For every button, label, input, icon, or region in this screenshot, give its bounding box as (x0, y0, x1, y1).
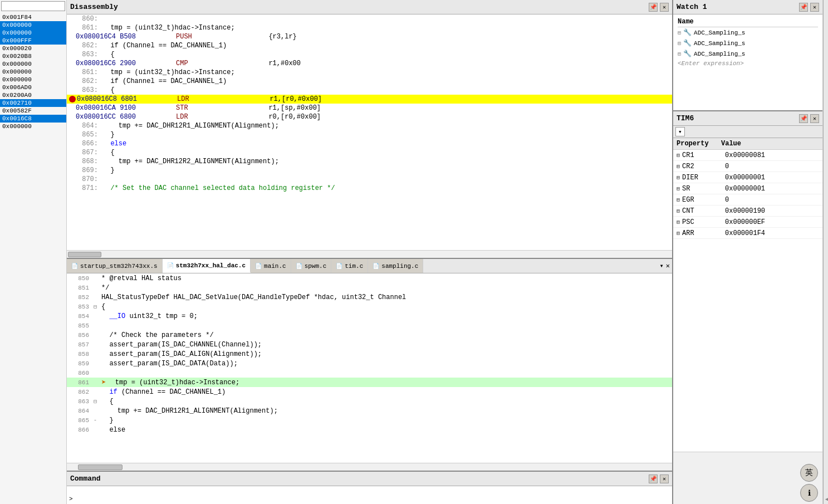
prop-row-sr[interactable]: ⊞ SR 0x00000001 (673, 183, 822, 194)
prop-sr-name: SR (682, 185, 723, 193)
sidebar-item-14[interactable]: 0x0016C8 (0, 115, 66, 123)
prop-row-egr[interactable]: ⊞ EGR 0 (673, 194, 822, 205)
icon-1: 英 (800, 464, 818, 482)
sidebar-search-input[interactable] (1, 1, 65, 11)
sidebar-item-9[interactable]: 0x000000 (0, 76, 66, 84)
tim6-header: TIM6 📌 ✕ (673, 111, 822, 126)
sidebar-item-4[interactable]: 0x000FFF (0, 37, 66, 45)
sidebar-item-8[interactable]: 0x000000 (0, 68, 66, 76)
prop-row-dier[interactable]: ⊞ DIER 0x00000001 (673, 172, 822, 183)
source-hscroll[interactable] (67, 463, 672, 471)
disassembly-hscroll-thumb[interactable] (68, 252, 101, 257)
tim6-pin-button[interactable]: 📌 (799, 114, 808, 123)
src-line-861: 861 ➤ tmp = (uint32_t)hdac->Instance; (67, 378, 672, 387)
watch-enter-label: <Enter expression> (678, 60, 744, 67)
disasm-line-cc: 0x080016CC 6800 LDR r0,[r0,#0x00] (67, 112, 672, 121)
right-area: Watch 1 📌 ✕ Name ⊞ 🔧 ADC_Sampling_s ⊞ 🔧 (672, 0, 822, 504)
watch-close-button[interactable]: ✕ (810, 3, 819, 12)
left-sidebar: 0x001F84 0x000000 0x000000 0x000FFF 0x00… (0, 0, 67, 504)
prop-row-cnt[interactable]: ⊞ CNT 0x00000190 (673, 205, 822, 217)
command-panel: Command 📌 ✕ > (67, 471, 672, 504)
command-actions: 📌 ✕ (649, 474, 669, 483)
tim6-close-button[interactable]: ✕ (810, 114, 819, 123)
sidebar-item-1[interactable]: 0x001F84 (0, 13, 66, 21)
source-content[interactable]: 850 * @retval HAL status 851 */ 852 HAL_… (67, 273, 672, 463)
watch-header: Watch 1 📌 ✕ (673, 0, 822, 14)
watch-item-2[interactable]: ⊞ 🔧 ADC_Sampling_s (678, 38, 818, 48)
disassembly-content[interactable]: 860: 861: tmp = (uint32_t)hdac->Instance… (67, 14, 672, 250)
right-border-label: ◀ (824, 496, 829, 502)
breakpoint-dot[interactable] (69, 96, 76, 102)
tab-startup[interactable]: 📄 startup_stm32h743xx.s (67, 259, 163, 273)
bottom-icon-area: 英 ℹ ⚙ (673, 459, 822, 504)
prop-row-cr2[interactable]: ⊞ CR2 0 (673, 161, 822, 172)
disasm-line-871: 871: /* Set the DAC channel selected dat… (67, 184, 672, 193)
tab-main[interactable]: 📄 main.c (251, 259, 291, 273)
tabs-more-btn[interactable]: ▾ (660, 262, 664, 270)
command-header: Command 📌 ✕ (67, 472, 672, 486)
tab-spwm[interactable]: 📄 spwm.c (291, 259, 332, 273)
src-line-866: 866 else (67, 425, 672, 434)
src-line-852: 852 HAL_StatusTypeDef HAL_DAC_SetValue(D… (67, 292, 672, 302)
source-hscroll-thumb[interactable] (78, 464, 123, 470)
tim6-content[interactable]: ⊞ CR1 0x00000081 ⊞ CR2 0 ⊞ DIER 0x000000… (673, 150, 822, 452)
src-line-856: 856 /* Check the parameters */ (67, 330, 672, 340)
command-close-button[interactable]: ✕ (660, 474, 669, 483)
icon-2: ℹ (800, 484, 818, 502)
prop-egr-value: 0 (723, 195, 819, 204)
src-line-853: 853 ⊟ { (67, 302, 672, 311)
prop-row-arr[interactable]: ⊞ ARR 0x000001F4 (673, 228, 822, 239)
disasm-line-ca: 0x080016CA 9100 STR r1,[sp,#0x00] (67, 104, 672, 112)
watch-title: Watch 1 (677, 3, 799, 11)
disassembly-hscroll[interactable] (67, 250, 672, 258)
disasm-line-863-src2: 863: { (67, 86, 672, 95)
sidebar-item-6[interactable]: 0x0020B8 (0, 52, 66, 60)
sidebar-item-3[interactable]: 0x000000 (0, 29, 66, 37)
disassembly-actions: 📌 ✕ (649, 3, 669, 12)
prop-row-cr1[interactable]: ⊞ CR1 0x00000081 (673, 150, 822, 161)
watch-item-1[interactable]: ⊞ 🔧 ADC_Sampling_s (678, 27, 818, 38)
src-line-855: 855 (67, 321, 672, 330)
watch-item-3[interactable]: ⊞ 🔧 ADC_Sampling_s (678, 48, 818, 59)
tab-main-icon: 📄 (255, 263, 262, 270)
sidebar-item-10[interactable]: 0x006AD0 (0, 84, 66, 91)
command-input[interactable] (75, 495, 670, 503)
prop-dier-expand: ⊞ (677, 174, 680, 181)
sidebar-item-11[interactable]: 0x0200A0 (0, 91, 66, 99)
sidebar-item-13[interactable]: 0x00582F (0, 107, 66, 115)
tab-hal-dac[interactable]: 📄 stm32h7xx_hal_dac.c (163, 259, 251, 273)
sidebar-search[interactable] (0, 0, 66, 12)
tab-startup-icon: 📄 (71, 263, 78, 270)
sidebar-item-15[interactable]: 0x000000 (0, 123, 66, 130)
disassembly-close-button[interactable]: ✕ (660, 3, 669, 12)
disasm-line-869: 869: } (67, 166, 672, 175)
sidebar-item-12[interactable]: 0x002710 (0, 99, 66, 107)
prop-col-property: Property (677, 140, 721, 148)
center-area: Disassembly 📌 ✕ 860: 861: tmp = (uint32_… (67, 0, 672, 504)
disassembly-panel: Disassembly 📌 ✕ 860: 861: tmp = (uint32_… (67, 0, 672, 259)
prop-cr1-value: 0x00000081 (723, 151, 819, 160)
src-line-863: 863 ⊟ { (67, 397, 672, 406)
disassembly-title: Disassembly (70, 3, 649, 11)
sidebar-item-2[interactable]: 0x000000 (0, 21, 66, 29)
tab-tim-label: tim.c (345, 263, 363, 270)
tab-sampling[interactable]: 📄 sampling.c (368, 259, 423, 273)
tim6-dropdown[interactable]: ▾ (673, 126, 822, 138)
watch-enter-expr[interactable]: <Enter expression> (678, 59, 818, 68)
source-panel: 📄 startup_stm32h743xx.s 📄 stm32h7xx_hal_… (67, 259, 672, 471)
tabs-close-btn[interactable]: ✕ (666, 262, 670, 270)
tim6-hscroll[interactable] (673, 452, 822, 459)
watch-item-1-name: ADC_Sampling_s (694, 30, 745, 36)
watch-item-3-name: ADC_Sampling_s (694, 51, 745, 57)
src-line-854: 854 __IO uint32_t tmp = 0; (67, 311, 672, 321)
tim6-dropdown-btn[interactable]: ▾ (675, 127, 685, 136)
prop-row-psc[interactable]: ⊞ PSC 0x000000EF (673, 217, 822, 228)
disassembly-pin-button[interactable]: 📌 (649, 3, 658, 12)
command-pin-button[interactable]: 📌 (649, 474, 658, 483)
sidebar-item-7[interactable]: 0x000000 (0, 60, 66, 68)
tab-tim[interactable]: 📄 tim.c (331, 259, 368, 273)
src-line-857: 857 assert_param(IS_DAC_CHANNEL(Channel)… (67, 340, 672, 349)
sidebar-item-5[interactable]: 0x000020 (0, 45, 66, 52)
watch-pin-button[interactable]: 📌 (799, 3, 808, 12)
disasm-line-866: 866: else (67, 139, 672, 148)
